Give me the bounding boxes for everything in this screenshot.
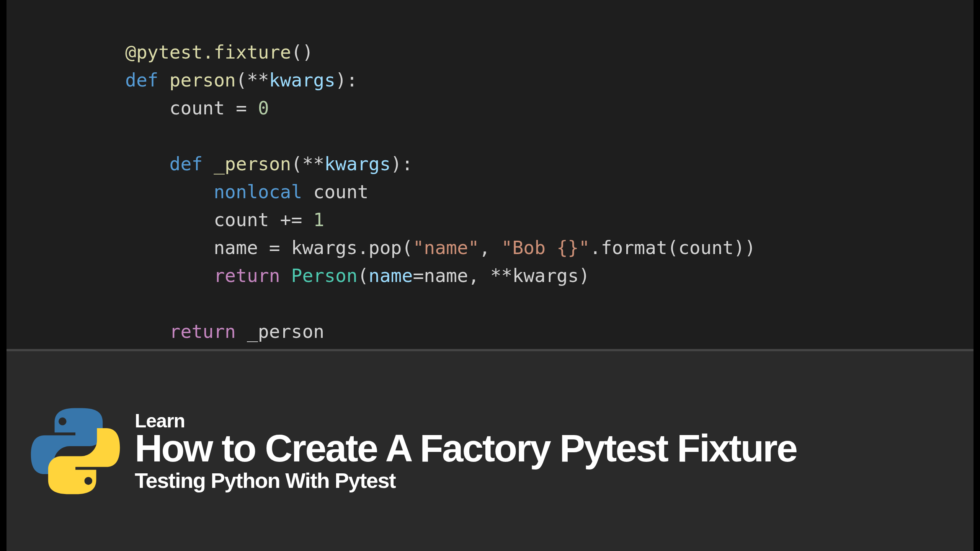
tok-str-name: "name" — [413, 237, 479, 258]
title-block: Learn How to Create A Factory Pytest Fix… — [135, 410, 797, 493]
code-panel: @pytest.fixture() def person(**kwargs): … — [7, 0, 973, 349]
subtitle-text: Testing Python With Pytest — [135, 468, 797, 493]
code-block: @pytest.fixture() def person(**kwargs): … — [125, 38, 973, 345]
python-logo-icon — [29, 405, 121, 497]
thumbnail-card: @pytest.fixture() def person(**kwargs): … — [0, 0, 980, 551]
tok-kwarg-name: name — [369, 265, 413, 286]
tok-str-bob: "Bob {}" — [501, 237, 590, 258]
headline-text: How to Create A Factory Pytest Fixture — [135, 429, 797, 467]
tok-at: @ — [125, 41, 136, 63]
tok-decorator: pytest.fixture — [136, 41, 291, 63]
tok-fn-person: person — [170, 69, 236, 91]
tok-return-outer: return — [170, 321, 236, 342]
tok-one: 1 — [302, 209, 324, 230]
tok-zero: 0 — [258, 97, 269, 119]
tok-return-inner: return — [214, 265, 280, 286]
tok-kwargs: kwargs — [269, 69, 335, 91]
tok-class-person: Person — [291, 265, 357, 286]
tok-count: count — [170, 97, 225, 119]
tok-def-inner: def — [170, 153, 203, 174]
tok-nonlocal: nonlocal — [214, 181, 302, 202]
tok-def: def — [125, 69, 158, 91]
tok-parens: () — [291, 41, 313, 63]
tok-fn-_person: _person — [214, 153, 291, 174]
title-panel: Learn How to Create A Factory Pytest Fix… — [7, 351, 973, 551]
